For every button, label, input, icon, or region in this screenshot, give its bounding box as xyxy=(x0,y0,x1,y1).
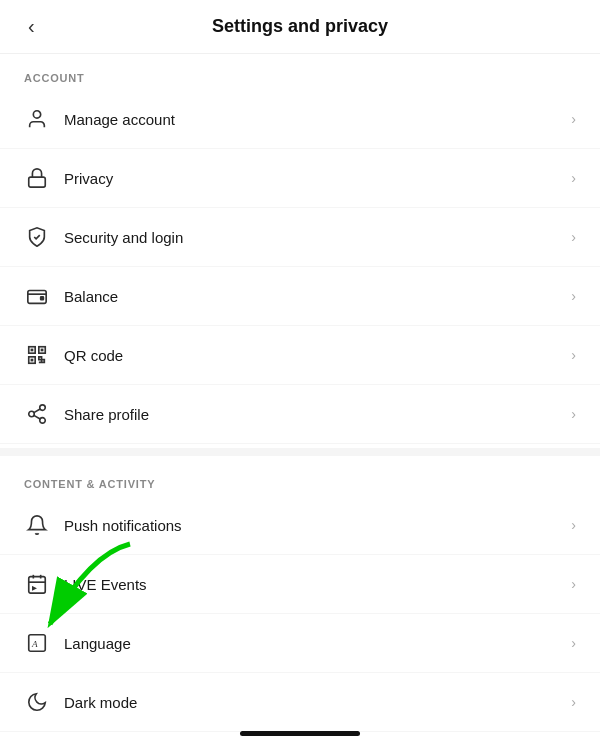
language-label: Language xyxy=(64,635,571,652)
home-indicator xyxy=(240,731,360,736)
moon-icon xyxy=(24,689,50,715)
menu-item-dark-mode[interactable]: Dark mode › xyxy=(0,673,600,732)
menu-item-live-events[interactable]: ▶ LIVE Events › xyxy=(0,555,600,614)
svg-line-13 xyxy=(34,415,40,419)
svg-rect-7 xyxy=(31,349,34,352)
manage-account-label: Manage account xyxy=(64,111,571,128)
push-notifications-label: Push notifications xyxy=(64,517,571,534)
qr-icon xyxy=(24,342,50,368)
security-login-label: Security and login xyxy=(64,229,571,246)
privacy-label: Privacy xyxy=(64,170,571,187)
live-events-label: LIVE Events xyxy=(64,576,571,593)
menu-item-security-login[interactable]: Security and login › xyxy=(0,208,600,267)
chevron-icon: › xyxy=(571,517,576,533)
svg-point-0 xyxy=(33,111,40,118)
menu-item-language[interactable]: A Language › xyxy=(0,614,600,673)
header: ‹ Settings and privacy xyxy=(0,0,600,54)
svg-point-10 xyxy=(40,405,46,411)
content-area: ACCOUNT Manage account › Privacy › xyxy=(0,54,600,744)
back-button[interactable]: ‹ xyxy=(20,11,43,42)
chevron-icon: › xyxy=(571,170,576,186)
section-divider xyxy=(0,448,600,456)
svg-rect-9 xyxy=(31,359,34,362)
bell-icon xyxy=(24,512,50,538)
lock-icon xyxy=(24,165,50,191)
svg-line-14 xyxy=(34,409,40,413)
menu-item-push-notifications[interactable]: Push notifications › xyxy=(0,496,600,555)
svg-text:A: A xyxy=(31,639,38,649)
section-label-content-activity: CONTENT & ACTIVITY xyxy=(0,460,600,496)
shield-icon xyxy=(24,224,50,250)
chevron-icon: › xyxy=(571,576,576,592)
chevron-icon: › xyxy=(571,229,576,245)
chevron-icon: › xyxy=(571,406,576,422)
balance-label: Balance xyxy=(64,288,571,305)
calendar-icon: ▶ xyxy=(24,571,50,597)
share-profile-label: Share profile xyxy=(64,406,571,423)
chevron-icon: › xyxy=(571,694,576,710)
menu-item-share-profile[interactable]: Share profile › xyxy=(0,385,600,444)
svg-rect-1 xyxy=(29,177,46,187)
menu-item-balance[interactable]: Balance › xyxy=(0,267,600,326)
svg-point-11 xyxy=(29,411,35,417)
chevron-icon: › xyxy=(571,635,576,651)
chevron-icon: › xyxy=(571,111,576,127)
share-icon xyxy=(24,401,50,427)
person-icon xyxy=(24,106,50,132)
menu-item-privacy[interactable]: Privacy › xyxy=(0,149,600,208)
page-title: Settings and privacy xyxy=(212,16,388,37)
dark-mode-label: Dark mode xyxy=(64,694,571,711)
svg-rect-8 xyxy=(41,349,44,352)
svg-text:▶: ▶ xyxy=(32,585,37,591)
wallet-icon xyxy=(24,283,50,309)
qr-code-label: QR code xyxy=(64,347,571,364)
chevron-icon: › xyxy=(571,288,576,304)
section-label-account: ACCOUNT xyxy=(0,54,600,90)
chevron-icon: › xyxy=(571,347,576,363)
menu-item-manage-account[interactable]: Manage account › xyxy=(0,90,600,149)
svg-point-12 xyxy=(40,418,46,424)
svg-rect-3 xyxy=(41,297,44,300)
text-a-icon: A xyxy=(24,630,50,656)
menu-item-qr-code[interactable]: QR code › xyxy=(0,326,600,385)
